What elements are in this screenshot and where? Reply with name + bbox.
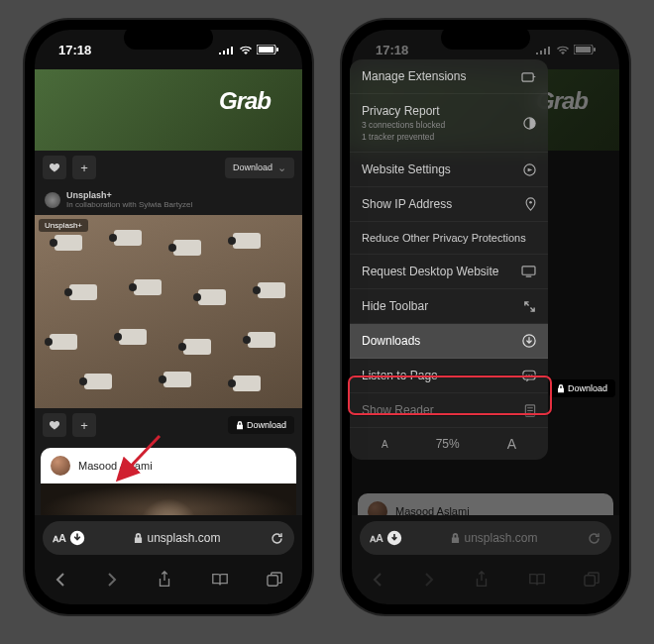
add-button[interactable]: + — [72, 413, 96, 437]
user-name: Masood Aslami — [78, 460, 153, 472]
status-icons — [219, 45, 278, 54]
wifi-icon — [556, 45, 570, 54]
extensions-icon — [521, 70, 536, 83]
screen-left: 17:18 Grab + — [35, 30, 302, 604]
back-button[interactable] — [54, 572, 67, 588]
address-bar: ᴀA unsplash.com — [360, 521, 611, 555]
signal-icon — [219, 45, 235, 54]
share-icon — [474, 571, 490, 589]
page-menu: Manage Extensions Privacy Report 3 conne… — [350, 59, 548, 460]
image-action-row-2: + Download — [35, 408, 302, 442]
svg-rect-14 — [522, 267, 535, 274]
zoom-controls: A 75% A — [350, 428, 548, 460]
like-button[interactable] — [43, 156, 66, 179]
author-collab: In collaboration with Sylwia Bartyzel — [66, 200, 192, 209]
download-button[interactable]: Download ⌄ — [225, 158, 294, 178]
battery-icon — [257, 45, 278, 54]
download-icon — [522, 334, 536, 348]
zoom-out[interactable]: A — [382, 439, 388, 450]
grab-logo: Grab — [219, 87, 271, 115]
share-icon[interactable] — [157, 571, 172, 589]
menu-listen-page[interactable]: Listen to Page — [350, 359, 548, 393]
forward-button[interactable] — [105, 572, 119, 588]
hero-image: Grab — [35, 69, 302, 151]
tabs-icon[interactable] — [267, 572, 283, 589]
signal-icon — [536, 45, 552, 54]
bookmarks-icon — [528, 572, 546, 588]
user-card[interactable]: Masood Aslami — [41, 448, 296, 483]
expand-icon — [523, 300, 536, 313]
settings-icon — [523, 163, 536, 176]
chevron-down-icon: ⌄ — [277, 161, 286, 174]
tabs-icon — [584, 572, 600, 589]
author-name: Unsplash+ — [66, 190, 192, 200]
add-button[interactable]: + — [72, 156, 96, 179]
menu-privacy-report[interactable]: Privacy Report 3 connections blocked 1 t… — [350, 94, 548, 153]
menu-downloads[interactable]: Downloads — [350, 324, 548, 359]
like-button[interactable] — [43, 413, 66, 437]
bookmarks-icon[interactable] — [211, 572, 229, 588]
menu-show-reader[interactable]: Show Reader — [350, 393, 548, 428]
reload-icon — [587, 531, 601, 546]
arch-image[interactable] — [41, 483, 296, 515]
author-row[interactable]: Unsplash+ In collaboration with Sylwia B… — [35, 184, 302, 215]
author-avatar — [45, 192, 60, 208]
lock-icon — [451, 533, 460, 544]
svg-rect-2 — [276, 48, 278, 52]
reload-icon[interactable] — [270, 531, 284, 546]
svg-rect-6 — [576, 47, 591, 53]
user-avatar — [368, 501, 387, 515]
privacy-icon — [523, 117, 536, 130]
lock-icon — [236, 421, 244, 430]
lock-icon — [557, 384, 565, 393]
desktop-icon — [521, 266, 536, 277]
reader-icon — [524, 404, 536, 417]
menu-reduce-privacy[interactable]: Reduce Other Privacy Protections — [350, 222, 548, 255]
download-locked-button-bg: Download — [549, 379, 615, 397]
download-locked-button[interactable]: Download — [228, 416, 294, 434]
menu-show-ip[interactable]: Show IP Address — [350, 187, 548, 222]
svg-rect-1 — [259, 47, 273, 53]
notch — [441, 26, 530, 50]
forward-button — [422, 572, 436, 588]
text-size-icon: ᴀA — [370, 532, 382, 545]
svg-rect-4 — [268, 575, 277, 585]
status-time: 17:18 — [58, 43, 91, 57]
status-icons — [536, 45, 596, 54]
svg-rect-7 — [594, 48, 596, 52]
menu-hide-toolbar[interactable]: Hide Toolbar — [350, 289, 548, 324]
cameras-image[interactable]: Unsplash+ — [35, 215, 302, 408]
lock-icon — [134, 533, 143, 544]
address-bar[interactable]: ᴀA unsplash.com — [43, 521, 294, 555]
notch — [124, 26, 213, 50]
menu-request-desktop[interactable]: Request Desktop Website — [350, 255, 548, 289]
svg-rect-9 — [585, 575, 595, 585]
zoom-in[interactable]: A — [507, 436, 516, 452]
unsplash-badge: Unsplash+ — [39, 219, 88, 232]
wifi-icon — [239, 45, 253, 54]
toolbar — [352, 561, 619, 604]
text-size-icon[interactable]: ᴀA — [53, 532, 65, 545]
location-icon — [525, 197, 536, 211]
page-content[interactable]: Grab + Download ⌄ Unsplash+ In collabora… — [35, 69, 302, 515]
user-card: Masood Aslami — [358, 493, 613, 515]
zoom-value: 75% — [436, 437, 460, 451]
user-avatar — [51, 456, 70, 476]
status-time: 17:18 — [376, 43, 408, 57]
svg-rect-10 — [522, 72, 533, 80]
address-domain: unsplash.com — [147, 531, 220, 545]
phone-left: 17:18 Grab + — [25, 20, 312, 614]
svg-point-13 — [529, 201, 532, 204]
downloads-indicator-icon — [386, 530, 402, 546]
downloads-indicator-icon[interactable] — [69, 530, 85, 546]
battery-icon — [574, 45, 596, 54]
image-action-row: + Download ⌄ — [35, 151, 302, 184]
menu-website-settings[interactable]: Website Settings — [350, 153, 548, 187]
toolbar — [35, 561, 302, 604]
menu-manage-extensions[interactable]: Manage Extensions — [350, 59, 548, 94]
listen-icon — [522, 370, 536, 382]
back-button — [371, 572, 384, 588]
phone-right: 17:18 Grab Masood Aslami ᴀA — [342, 20, 629, 614]
